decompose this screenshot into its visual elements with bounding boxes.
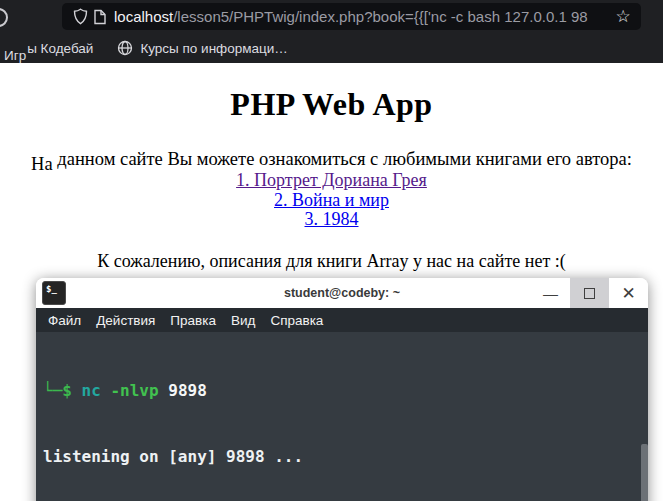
browser-toolbar: localhost/lesson5/PHPTwig/index.php?book… (0, 0, 663, 33)
bookmark-kursy-label: Курсы по информаци… (140, 41, 287, 56)
menu-view[interactable]: Вид (231, 313, 255, 328)
prompt-line: └─$ nc -nlvp 9898 (43, 380, 648, 402)
maximize-button[interactable] (570, 278, 609, 308)
link-book-3[interactable]: 3. 1984 (0, 210, 663, 230)
command-port: 9898 (168, 381, 207, 400)
page-info-icon[interactable] (90, 7, 110, 27)
menu-file[interactable]: Файл (48, 313, 81, 328)
terminal-output[interactable]: └─$ nc -nlvp 9898 listening on [any] 989… (36, 332, 648, 501)
terminal-scrollbar[interactable] (641, 444, 648, 501)
prompt-symbol: └─$ (43, 381, 72, 400)
menu-actions[interactable]: Действия (96, 313, 155, 328)
command-nc: nc (82, 381, 101, 400)
globe-icon (117, 40, 133, 56)
intro-rest: данном сайте Вы можете ознакомиться с лю… (57, 149, 632, 169)
url-text[interactable]: localhost/lesson5/PHPTwig/index.php?book… (114, 8, 613, 25)
bookmarks-bar: Игр ы Кодебай Курсы по информаци… (0, 33, 663, 63)
maximize-icon (584, 288, 595, 299)
book-links: 1. Портрет Дориана Грея 2. Война и мир 3… (0, 171, 663, 230)
minimize-button[interactable]: — (531, 278, 570, 308)
command-flags: -nlvp (110, 381, 158, 400)
terminal-app-icon: $_ (42, 281, 66, 305)
menu-edit[interactable]: Правка (170, 313, 216, 328)
intro-first-word: На (31, 154, 53, 175)
bookmark-igry-kodebay-part2[interactable]: ы Кодебай (27, 41, 93, 56)
screenshot-root: localhost/lesson5/PHPTwig/index.php?book… (0, 0, 663, 501)
shield-icon[interactable] (70, 7, 90, 27)
bookmark-star-icon[interactable]: ☆ (613, 7, 633, 27)
bookmark-igry-kodebay-part1[interactable]: Игр (4, 48, 26, 63)
link-book-2[interactable]: 2. Война и мир (0, 191, 663, 211)
terminal-titlebar[interactable]: $_ student@codeby: ~ — ✕ (36, 278, 648, 308)
close-button[interactable]: ✕ (609, 278, 648, 308)
page-title: PHP Web App (0, 86, 663, 123)
url-host: localhost (114, 8, 173, 25)
terminal-menubar: Файл Действия Правка Вид Справка (36, 308, 648, 332)
bookmark-kursy[interactable]: Курсы по информаци… (117, 40, 287, 56)
menu-help[interactable]: Справка (270, 313, 323, 328)
reload-icon[interactable] (0, 8, 8, 27)
address-bar[interactable]: localhost/lesson5/PHPTwig/index.php?book… (62, 3, 641, 30)
window-buttons: — ✕ (531, 278, 648, 308)
link-book-1[interactable]: 1. Портрет Дориана Грея (0, 171, 663, 191)
url-path: /lesson5/PHPTwig/index.php?book={{['nc -… (173, 8, 587, 25)
no-description-text: К сожалению, описания для книги Array у … (0, 251, 663, 272)
terminal-window: $_ student@codeby: ~ — ✕ Файл Действия П… (36, 278, 648, 501)
browser-chrome: localhost/lesson5/PHPTwig/index.php?book… (0, 0, 663, 63)
intro-paragraph: На данном сайте Вы можете ознакомиться с… (0, 149, 663, 170)
output-line: listening on [any] 9898 ... (43, 446, 648, 468)
